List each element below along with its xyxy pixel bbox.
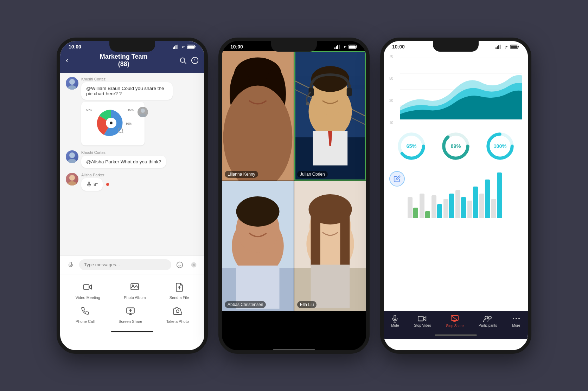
message-content-2: Khushi Cortez @Alisha Parker What do you… — [81, 150, 166, 168]
status-icons-2 — [334, 45, 358, 49]
svg-rect-43 — [334, 47, 335, 49]
action-phone-label: Phone Call — [76, 319, 95, 324]
phone-chat: 10:00 — [57, 38, 208, 354]
time-2: 10:00 — [230, 44, 243, 50]
search-icon[interactable] — [179, 57, 187, 64]
action-send-file[interactable]: Send a File — [170, 280, 189, 300]
bar-group-2 — [420, 194, 430, 218]
message-content-1: Khushi Cortez @William Braun Could you s… — [81, 77, 173, 145]
status-icons-1 — [173, 45, 196, 49]
svg-rect-65 — [309, 87, 314, 96]
avatar-khushi — [66, 77, 78, 90]
bar-light-5 — [455, 190, 460, 218]
toolbar-more[interactable]: More — [512, 315, 520, 327]
phone-notch-3 — [433, 41, 479, 52]
toolbar-stop-share[interactable]: Stop Share — [446, 314, 464, 328]
svg-line-111 — [452, 316, 458, 320]
audio-icon — [86, 182, 92, 187]
avatar-khushi-2 — [66, 150, 78, 163]
mic-icon — [68, 262, 74, 268]
message-1: Khushi Cortez @William Braun Could you s… — [66, 77, 199, 145]
time-3: 10:00 — [392, 44, 405, 50]
toolbar-stop-video[interactable]: Stop Video — [414, 315, 431, 327]
svg-rect-44 — [336, 46, 337, 49]
svg-text:100%: 100% — [494, 143, 507, 149]
svg-rect-91 — [511, 45, 518, 48]
battery-icon-3 — [510, 45, 519, 49]
action-video-meeting[interactable]: Video Meeting — [76, 280, 100, 300]
svg-text:55%: 55% — [86, 108, 92, 112]
svg-point-18 — [110, 122, 113, 124]
svg-rect-85 — [497, 46, 498, 49]
photo-album-icon — [130, 283, 139, 291]
donut-1: 65% — [396, 130, 427, 162]
status-icons-3 — [496, 44, 519, 49]
svg-point-116 — [518, 318, 520, 319]
svg-point-88 — [505, 47, 506, 48]
donut-3: 100% — [484, 130, 516, 162]
donut-svg-3: 100% — [484, 130, 516, 162]
phone-notch — [109, 41, 155, 52]
action-phone-call[interactable]: Phone Call — [76, 304, 95, 324]
mic-button[interactable] — [65, 259, 76, 271]
home-bar-1 — [60, 328, 204, 335]
svg-text:15%: 15% — [128, 108, 134, 112]
svg-point-22 — [141, 109, 145, 113]
message-input[interactable] — [79, 259, 171, 270]
donut-row: 65% 89% 100% — [389, 130, 522, 162]
action-file-label: Send a File — [170, 295, 189, 300]
bar-group-7 — [479, 180, 490, 218]
info-icon[interactable] — [191, 57, 199, 64]
signal-icon-3 — [496, 45, 501, 49]
chat-title: Marketing Team (88) — [72, 53, 175, 68]
bar-teal-4 — [449, 194, 454, 218]
avatar-alisha — [66, 173, 78, 185]
video-camera-icon — [83, 284, 93, 291]
edit-fab[interactable] — [389, 171, 405, 187]
svg-rect-45 — [337, 45, 338, 49]
bar-chart — [408, 169, 522, 218]
phone-notch-2 — [271, 41, 317, 52]
svg-rect-6 — [195, 46, 196, 47]
bar-teal-5 — [461, 197, 466, 218]
bar-light-3 — [432, 195, 436, 218]
action-screen-share[interactable]: Screen Share — [119, 304, 142, 324]
x-icon — [191, 262, 197, 268]
chat-header: ‹ Marketing Team (88) — [60, 51, 204, 73]
svg-rect-87 — [500, 45, 501, 49]
emoji-button[interactable] — [174, 259, 185, 271]
stats-content: 70 50 30 10 — [384, 51, 528, 311]
phone-call-icon — [81, 307, 89, 315]
toolbar-participants[interactable]: Participants — [479, 315, 497, 327]
home-indicator-2 — [273, 349, 315, 351]
stop-share-label: Stop Share — [446, 324, 464, 328]
battery-icon-2 — [349, 45, 358, 49]
bubble-2: @Alisha Parker What do you think? — [81, 156, 166, 168]
stop-video-icon — [418, 315, 427, 322]
home-bar-2 — [222, 346, 366, 354]
donut-svg-1: 65% — [396, 130, 427, 162]
svg-rect-1 — [174, 46, 175, 49]
action-takephoto-label: Take a Photo — [166, 319, 189, 324]
chart-area — [400, 54, 522, 125]
face-lilianna-svg — [222, 51, 294, 181]
home-indicator-1 — [111, 331, 153, 332]
svg-point-13 — [69, 79, 75, 85]
more-label: More — [512, 324, 520, 327]
svg-point-26 — [69, 175, 75, 181]
send-file-icon — [175, 282, 183, 292]
action-row-2: Phone Call Screen Share — [60, 302, 204, 326]
area-chart-svg — [400, 54, 522, 121]
signal-icon — [173, 45, 178, 49]
action-take-photo[interactable]: Take a Photo — [166, 304, 189, 324]
close-button[interactable] — [188, 259, 199, 271]
back-button[interactable]: ‹ — [66, 56, 68, 65]
action-photo-album[interactable]: Photo Album — [124, 280, 146, 300]
video-cell-julian: Julian Obrien — [294, 51, 366, 181]
toolbar-mute[interactable]: Mute — [391, 315, 399, 327]
stop-video-label: Stop Video — [414, 324, 431, 327]
svg-point-67 — [306, 102, 309, 105]
file-icon — [172, 280, 186, 294]
face-ella-svg — [294, 181, 366, 311]
video-grid: Lilianna Kenny — [222, 51, 366, 311]
